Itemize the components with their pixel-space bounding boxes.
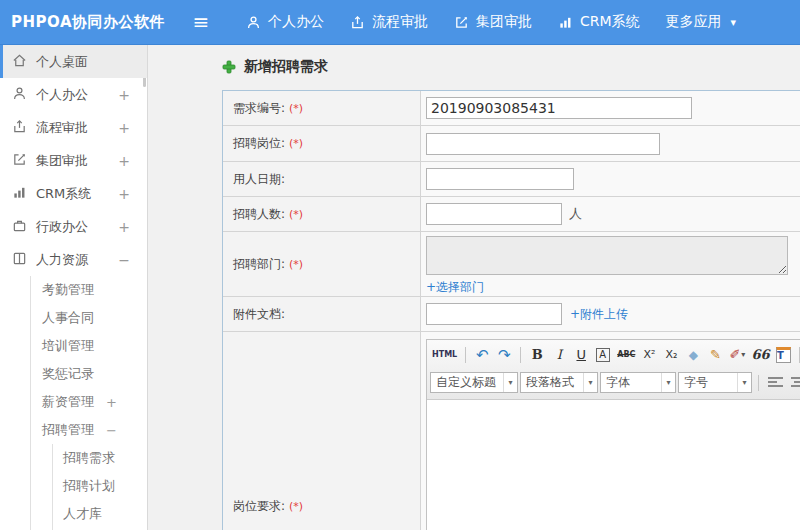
eraser-icon[interactable]: ◆ bbox=[683, 345, 703, 365]
chevron-down-icon: ▾ bbox=[661, 373, 675, 392]
nav-item-label: 个人办公 bbox=[268, 13, 324, 31]
attachment-upload-link[interactable]: +附件上传 bbox=[570, 306, 628, 323]
person-icon bbox=[12, 86, 27, 104]
sidebar-item-group-approval[interactable]: 集团审批 + bbox=[0, 144, 147, 177]
sidebar-item-training[interactable]: 培训管理 bbox=[0, 332, 147, 360]
subscript-button[interactable]: X₂ bbox=[661, 345, 681, 365]
form-row-job-requirements: 岗位要求: (*) HTML ↶ ↷ B I U bbox=[223, 332, 800, 530]
custom-title-select[interactable]: 自定义标题▾ bbox=[430, 372, 518, 393]
nav-item-personal-office[interactable]: 个人办公 bbox=[246, 13, 324, 31]
department-textarea[interactable] bbox=[426, 236, 788, 275]
pen-icon: ✐ bbox=[729, 347, 740, 362]
sidebar-item-recruit-plan[interactable]: 招聘计划 bbox=[0, 472, 147, 500]
sidebar-subitem-label: 奖惩记录 bbox=[42, 365, 94, 383]
field-label: 需求编号: bbox=[233, 100, 285, 117]
field-label: 附件文档: bbox=[233, 306, 285, 323]
superscript-button[interactable]: X² bbox=[639, 345, 659, 365]
sidebar-item-personal-office[interactable]: 个人办公 + bbox=[0, 78, 147, 111]
form-row-department: 招聘部门: (*) +选择部门 bbox=[223, 232, 800, 297]
req-no-input[interactable] bbox=[426, 97, 692, 119]
hr-submenu: 考勤管理 人事合同 培训管理 奖惩记录 薪资管理 + 招聘管理 − 招聘需求 招… bbox=[0, 276, 147, 528]
font-style-button[interactable]: A bbox=[596, 348, 610, 362]
page-title: 新增招聘需求 bbox=[222, 58, 328, 76]
chevron-down-icon: ▾ bbox=[737, 373, 751, 392]
sidebar-subitem-label: 人事合同 bbox=[42, 309, 94, 327]
sidebar-subitem-label: 招聘管理 bbox=[42, 421, 94, 439]
paragraph-format-select[interactable]: 段落格式▾ bbox=[520, 372, 598, 393]
sidebar-item-hr[interactable]: 人力资源 − bbox=[0, 243, 147, 276]
html-source-button[interactable]: HTML bbox=[430, 345, 459, 365]
font-family-select[interactable]: 字体▾ bbox=[600, 372, 676, 393]
nav-item-more-apps[interactable]: 更多应用 ▾ bbox=[666, 13, 737, 31]
bold-button[interactable]: B bbox=[527, 345, 547, 365]
collapse-minus-icon[interactable]: − bbox=[118, 252, 130, 268]
sidebar-item-salary[interactable]: 薪资管理 + bbox=[0, 388, 147, 416]
sidebar-item-personal-desktop[interactable]: 个人桌面 bbox=[0, 45, 147, 78]
sidebar-subitem-label: 招聘计划 bbox=[63, 477, 115, 495]
headcount-input[interactable] bbox=[426, 203, 562, 225]
attachment-input[interactable] bbox=[426, 303, 562, 325]
redo-icon[interactable]: ↷ bbox=[494, 345, 514, 365]
sidebar-item-label: 集团审批 bbox=[36, 152, 88, 170]
chevron-down-icon: ▾ bbox=[583, 373, 597, 392]
sidebar-item-recruit-demand[interactable]: 招聘需求 bbox=[0, 444, 147, 472]
expand-plus-icon[interactable]: + bbox=[106, 395, 117, 410]
expand-plus-icon[interactable]: + bbox=[118, 219, 130, 235]
pen-color-button[interactable]: ✐▾ bbox=[727, 345, 747, 365]
app-brand: PHPOA协同办公软件 bbox=[0, 13, 186, 32]
sidebar-item-admin-office[interactable]: 行政办公 + bbox=[0, 210, 147, 243]
paste-icon[interactable]: T bbox=[776, 347, 791, 363]
italic-button[interactable]: I bbox=[549, 345, 569, 365]
expand-plus-icon[interactable]: + bbox=[118, 87, 130, 103]
toolbar-separator bbox=[465, 347, 466, 363]
nav-item-group-approval[interactable]: 集团审批 bbox=[454, 13, 532, 31]
nav-item-label: 集团审批 bbox=[476, 13, 532, 31]
expand-plus-icon[interactable]: + bbox=[118, 120, 130, 136]
strikethrough-button[interactable]: ABC bbox=[615, 345, 637, 365]
sidebar: 个人桌面 个人办公 + 流程审批 + 集团审批 + CRM系统 + 行政办公 +… bbox=[0, 45, 148, 530]
field-label: 招聘人数: bbox=[233, 206, 285, 223]
sidebar-item-label: 行政办公 bbox=[36, 218, 88, 236]
sidebar-item-reward-punishment[interactable]: 奖惩记录 bbox=[0, 360, 147, 388]
nav-item-process-approval[interactable]: 流程审批 bbox=[350, 13, 428, 31]
required-mark: (*) bbox=[289, 500, 303, 513]
position-input[interactable] bbox=[426, 133, 660, 155]
sidebar-item-recruitment[interactable]: 招聘管理 − bbox=[0, 416, 147, 444]
align-center-icon[interactable] bbox=[788, 373, 800, 393]
nav-item-crm[interactable]: CRM系统 bbox=[558, 13, 640, 31]
navbar-menu: 个人办公 流程审批 集团审批 CRM系统 更多应用 ▾ bbox=[246, 13, 736, 31]
select-department-link[interactable]: +选择部门 bbox=[426, 279, 484, 296]
field-label: 用人日期: bbox=[233, 171, 285, 188]
editor-toolbar: HTML ↶ ↷ B I U A ABC X² X₂ ◆ bbox=[427, 340, 800, 400]
expand-plus-icon[interactable]: + bbox=[118, 153, 130, 169]
collapse-minus-icon[interactable]: − bbox=[106, 423, 117, 438]
rich-text-editor: HTML ↶ ↷ B I U A ABC X² X₂ ◆ bbox=[426, 339, 800, 530]
sidebar-item-talent-pool[interactable]: 人才库 bbox=[0, 500, 147, 528]
format-brush-icon[interactable]: ✎ bbox=[705, 345, 725, 365]
book-icon bbox=[12, 251, 27, 269]
align-left-icon[interactable] bbox=[765, 373, 786, 393]
sidebar-subitem-label: 考勤管理 bbox=[42, 281, 94, 299]
sidebar-subitem-label: 人才库 bbox=[63, 505, 102, 523]
hamburger-menu-icon[interactable]: ≡ bbox=[186, 10, 216, 34]
headcount-unit: 人 bbox=[569, 205, 582, 223]
sidebar-item-process-approval[interactable]: 流程审批 + bbox=[0, 111, 147, 144]
form-row-date: 用人日期: bbox=[223, 162, 800, 197]
sidebar-item-attendance[interactable]: 考勤管理 bbox=[0, 276, 147, 304]
expand-plus-icon[interactable]: + bbox=[118, 186, 130, 202]
font-size-select[interactable]: 字号▾ bbox=[678, 372, 752, 393]
sidebar-item-personnel-contract[interactable]: 人事合同 bbox=[0, 304, 147, 332]
blockquote-button[interactable]: 66 bbox=[749, 345, 771, 365]
hire-date-input[interactable] bbox=[426, 168, 574, 190]
required-mark: (*) bbox=[289, 137, 303, 150]
main-content: 新增招聘需求 需求编号: (*) 招聘岗位: (*) 用人日期: bbox=[149, 45, 800, 530]
bar-chart-icon bbox=[12, 185, 27, 203]
required-mark: (*) bbox=[289, 258, 303, 271]
sidebar-item-crm[interactable]: CRM系统 + bbox=[0, 177, 147, 210]
undo-icon[interactable]: ↶ bbox=[472, 345, 492, 365]
required-mark: (*) bbox=[289, 208, 303, 221]
underline-button[interactable]: U bbox=[571, 345, 591, 365]
recruit-demand-form: 需求编号: (*) 招聘岗位: (*) 用人日期: bbox=[222, 90, 800, 530]
field-label: 招聘岗位: bbox=[233, 135, 285, 152]
editor-content-area[interactable] bbox=[427, 400, 800, 530]
